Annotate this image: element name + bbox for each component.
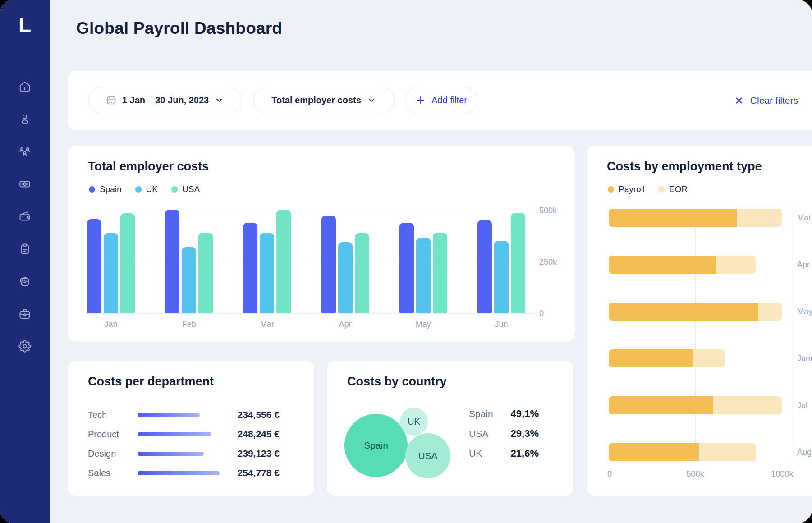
country-share: 49,1% bbox=[511, 408, 539, 420]
legend-label: Spain bbox=[100, 184, 122, 194]
y-axis-tick: Apr bbox=[797, 260, 810, 270]
payments-icon bbox=[18, 178, 31, 190]
legend-dot bbox=[171, 186, 178, 193]
x-axis-tick: 1000k bbox=[771, 469, 793, 479]
sidebar-item-people[interactable] bbox=[18, 113, 31, 125]
legend-dot bbox=[135, 186, 142, 193]
country-stat-row: Spain49,1% bbox=[469, 408, 539, 420]
sidebar-item-wallet[interactable] bbox=[18, 210, 31, 223]
costs-per-department-card: Costs per department Tech234,556 €Produc… bbox=[68, 361, 314, 496]
segment-eor bbox=[737, 209, 782, 227]
bar-spain bbox=[477, 220, 492, 313]
x-axis-tick: Jun bbox=[477, 320, 525, 329]
country-stat-row: UK21,6% bbox=[469, 447, 539, 460]
legend-label: USA bbox=[182, 184, 200, 194]
x-axis-tick: 0 bbox=[607, 469, 612, 479]
wallet-icon bbox=[18, 210, 31, 223]
bar-group: Mar bbox=[243, 210, 291, 313]
chart-title: Costs by country bbox=[347, 375, 447, 389]
bar-spain bbox=[321, 216, 336, 313]
y-axis-tick: June bbox=[797, 354, 812, 363]
sidebar-item-payments[interactable] bbox=[18, 178, 31, 190]
filter-bar: 1 Jan – 30 Jun, 2023 Total employer cost… bbox=[68, 71, 812, 130]
chart-title: Costs per department bbox=[88, 375, 214, 389]
gridline bbox=[695, 209, 696, 461]
chevron-down-icon bbox=[367, 95, 376, 105]
legend-label: EOR bbox=[669, 184, 688, 194]
date-range-value: 1 Jan – 30 Jun, 2023 bbox=[122, 95, 209, 106]
x-axis-tick: Apr bbox=[321, 320, 369, 329]
bar-usa bbox=[120, 213, 135, 313]
y-axis-tick: Jul bbox=[797, 401, 807, 410]
x-axis-tick: Jan bbox=[87, 320, 135, 329]
legend-item: EOR bbox=[658, 184, 688, 194]
stacked-bar-row bbox=[609, 443, 756, 461]
bar-uk bbox=[416, 238, 431, 313]
legend-label: Payroll bbox=[619, 184, 645, 194]
close-icon bbox=[734, 96, 744, 106]
bar-spain bbox=[399, 223, 414, 313]
bar-group: May bbox=[399, 223, 447, 313]
department-label: Design bbox=[88, 449, 138, 459]
calendar-icon bbox=[106, 95, 117, 106]
app-window: L bbox=[0, 0, 812, 523]
segment-eor bbox=[716, 256, 756, 274]
add-filter-label: Add filter bbox=[431, 95, 467, 106]
gridline bbox=[609, 209, 609, 461]
bar-usa bbox=[511, 213, 525, 313]
chart-legend: SpainUKUSA bbox=[89, 184, 200, 194]
bar-usa bbox=[198, 233, 213, 313]
bubble-usa: USA bbox=[405, 433, 450, 478]
department-bar bbox=[138, 471, 220, 475]
date-range-filter[interactable]: 1 Jan – 30 Jun, 2023 bbox=[88, 87, 242, 113]
metric-filter[interactable]: Total employer costs bbox=[253, 87, 395, 113]
x-axis-tick: Feb bbox=[165, 320, 213, 329]
bubble-uk: UK bbox=[400, 408, 428, 436]
department-label: Product bbox=[88, 429, 138, 440]
sidebar-item-benefits[interactable] bbox=[18, 307, 31, 320]
bar-groups: JanFebMarAprMayJun bbox=[87, 211, 525, 313]
sidebar-item-team[interactable] bbox=[18, 145, 31, 158]
stacked-bar-row bbox=[609, 303, 782, 321]
app-logo: L bbox=[0, 13, 50, 37]
bar-uk bbox=[182, 247, 196, 313]
bar-group: Jan bbox=[87, 213, 135, 313]
sidebar-item-home[interactable] bbox=[18, 80, 31, 93]
department-value: 248,245 € bbox=[214, 429, 280, 440]
bubble-label: Spain bbox=[364, 440, 388, 451]
sidebar-nav bbox=[0, 80, 50, 353]
segment-payroll bbox=[609, 349, 693, 367]
sidebar-item-tasks[interactable] bbox=[18, 243, 31, 255]
department-value: 239,123 € bbox=[214, 448, 280, 459]
segment-eor bbox=[699, 443, 756, 461]
y-axis-tick: 250k bbox=[539, 257, 557, 267]
bubble-label: USA bbox=[418, 450, 437, 461]
department-bar bbox=[138, 413, 200, 417]
sidebar-item-documents[interactable] bbox=[18, 275, 31, 288]
clear-filters-label: Clear filters bbox=[750, 95, 798, 106]
table-row: Product248,245 € bbox=[88, 427, 294, 441]
department-bar bbox=[138, 432, 211, 436]
department-label: Sales bbox=[88, 468, 138, 478]
y-axis-tick: 500k bbox=[539, 206, 557, 216]
chevron-down-icon bbox=[214, 95, 224, 105]
page-title: Global Payroll Dashboard bbox=[76, 19, 282, 38]
clear-filters-button[interactable]: Clear filters bbox=[734, 93, 798, 108]
legend-item: Payroll bbox=[608, 184, 645, 194]
segment-payroll bbox=[609, 303, 758, 321]
bar-spain bbox=[87, 219, 101, 313]
legend-item: UK bbox=[135, 184, 158, 194]
table-row: Design239,123 € bbox=[88, 447, 294, 460]
legend-dot bbox=[658, 186, 665, 193]
add-filter-button[interactable]: Add filter bbox=[405, 87, 477, 113]
sidebar-item-settings[interactable] bbox=[18, 340, 31, 353]
segment-eor bbox=[713, 396, 782, 414]
country-label: UK bbox=[469, 448, 482, 459]
country-label: Spain bbox=[469, 408, 493, 419]
stacked-bar-row bbox=[609, 256, 756, 274]
plus-icon bbox=[415, 95, 426, 106]
stacked-bar-chart: MarAprMayJuneJulAug0500k1000k bbox=[609, 209, 790, 461]
receipts-icon bbox=[18, 275, 31, 288]
team-icon bbox=[18, 145, 31, 158]
bubble-spain: Spain bbox=[344, 414, 408, 477]
